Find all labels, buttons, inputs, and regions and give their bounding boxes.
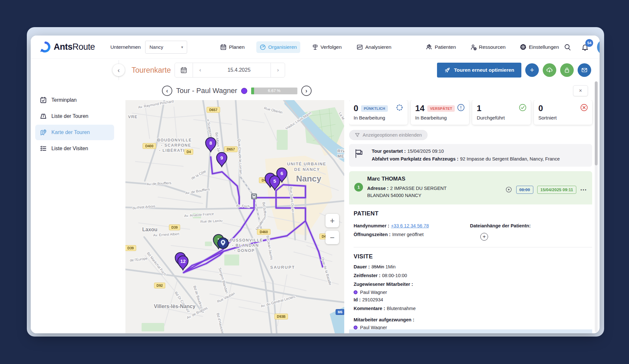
tab-patienten[interactable]: Patienten <box>422 41 459 53</box>
collapse-sidebar-button[interactable]: ‹ <box>112 64 125 76</box>
svg-text:12: 12 <box>180 258 186 264</box>
map-marker-12[interactable]: 12 <box>178 256 188 270</box>
calendar-icon <box>220 44 227 50</box>
stop-card: 1 Marc THOMAS Adresse :2 IMPASSE DU SERG… <box>349 171 592 204</box>
calendar-button[interactable] <box>175 63 193 77</box>
map-road-badge: M6 <box>336 309 344 315</box>
company-select[interactable]: Nancy ▾ <box>145 41 187 54</box>
tour-title: Tour - Paul Wagner <box>176 87 237 95</box>
tour-started-label: Tour gestartet : <box>372 149 406 154</box>
map-canvas[interactable]: Av. Raymond PinchardVREe ScarponeRue Obe… <box>125 100 344 333</box>
planned-time-chip[interactable]: 08:00 <box>516 186 533 194</box>
sidebar-item-liste-der-touren[interactable]: Liste der Touren <box>35 109 114 124</box>
sidebar-item-terminplan[interactable]: Terminplan <box>35 92 114 108</box>
tab-organisieren[interactable]: Organisieren <box>256 41 300 53</box>
map-label: SAURUPT <box>270 265 295 270</box>
search-icon <box>564 43 571 51</box>
check-circle-icon <box>518 103 527 113</box>
funnel-icon <box>355 133 360 138</box>
current-position-pin[interactable] <box>218 238 229 249</box>
tab-verfolgen-label: Verfolgen <box>321 44 342 50</box>
date-next-button[interactable]: › <box>271 63 285 77</box>
map-zoom-in-button[interactable]: + <box>325 214 339 227</box>
mail-button[interactable] <box>578 63 591 77</box>
checklist-icon <box>40 145 47 152</box>
map-label: Villers-lès-Nancy <box>154 304 196 309</box>
date-prev-button[interactable]: ‹ <box>193 63 207 77</box>
road-icon <box>40 113 47 120</box>
add-button[interactable]: + <box>525 63 539 77</box>
locate-stop-icon[interactable] <box>505 186 512 193</box>
stat-label: In Bearbeitung <box>354 115 403 120</box>
next-section-peek <box>349 329 592 333</box>
brand-bold: Ants <box>54 42 72 52</box>
notifications-button[interactable]: 54 <box>580 42 591 53</box>
reoptimize-tours-button[interactable]: Touren erneut optimieren <box>437 63 521 78</box>
svg-text:D657: D657 <box>227 147 235 151</box>
date-value[interactable]: 15.4.2025 <box>207 63 271 77</box>
map-road-badge: D657 <box>224 147 238 152</box>
visit-heading: VISITE <box>354 253 592 260</box>
map-label: RIVI <box>337 149 344 153</box>
panel-scrollbar <box>595 81 598 332</box>
prev-tour-button[interactable]: ‹ <box>162 86 172 96</box>
map-road-badge: D93B <box>275 314 288 319</box>
visit-id-label: Id : <box>354 297 361 302</box>
stat-card-verspaetet: 14 VERSPÄTET In Bearbeitung <box>411 100 469 125</box>
duration-label: Dauer : <box>354 264 370 269</box>
gauge-icon <box>260 44 266 50</box>
close-panel-button[interactable]: × <box>573 85 588 96</box>
stop-more-button[interactable]: ⋯ <box>580 186 587 193</box>
brand-logo[interactable]: AntsRoute <box>39 41 95 53</box>
tab-planen[interactable]: Planen <box>217 41 248 53</box>
map-label: UNITÉ URBAINE <box>287 161 326 166</box>
tab-einstellungen[interactable]: Einstellungen <box>517 41 562 53</box>
tab-planen-label: Planen <box>229 44 244 50</box>
tour-subheader: ‹ Tour - Paul Wagner 6.67 % › × <box>119 81 600 100</box>
map-label: - BLANDAN <box>232 243 259 248</box>
export-button[interactable] <box>543 63 556 77</box>
tab-analysieren[interactable]: Analysieren <box>353 41 395 53</box>
patient-section: PATIENT Handynummer :+33 6 12 34 56 78 Ö… <box>349 204 592 247</box>
next-tour-button[interactable]: › <box>301 86 312 96</box>
svg-text:M6: M6 <box>338 310 343 314</box>
employee-color-dot <box>354 326 357 329</box>
spinner-icon <box>395 103 404 113</box>
stat-card-sortniert: 0 Sortniert <box>534 100 592 125</box>
display-options-button[interactable]: Anzeigeoptionen einblenden <box>349 130 428 140</box>
avatar[interactable]: MH <box>597 39 600 55</box>
phone-link[interactable]: +33 6 12 34 56 78 <box>391 223 429 228</box>
map-road-badge: D657 <box>207 107 220 113</box>
app-window: AntsRoute Unternehmen Nancy ▾ Planen Org… <box>31 36 600 333</box>
map-label: de la Côte <box>190 169 207 180</box>
map-pin-icon <box>40 129 47 136</box>
sidebar-item-label: Liste der Touren <box>51 113 88 119</box>
map-label: Rue Oberlin <box>264 106 283 114</box>
map-label: DE NANCY <box>294 167 320 172</box>
company-select-value: Nancy <box>149 44 163 50</box>
tab-verfolgen[interactable]: Verfolgen <box>309 41 345 53</box>
map-label: de l'Europe <box>130 256 148 262</box>
stat-label: Sortniert <box>538 115 588 120</box>
envelope-icon <box>581 67 588 73</box>
map-label: Nancy <box>296 174 322 183</box>
lock-button[interactable] <box>560 63 574 77</box>
map-marker-9[interactable]: 9 <box>217 152 227 167</box>
panel-scrollbar-thumb[interactable] <box>595 81 598 165</box>
sidebar: Terminplan Liste der Touren Karte der To… <box>31 59 119 333</box>
actual-time-chip[interactable]: 15/04/2025 09:11 <box>537 186 576 194</box>
svg-text:D657: D657 <box>209 108 217 112</box>
cloud-download-icon <box>546 67 553 74</box>
attachments-label: Dateianhänge der Patientn: <box>470 223 531 228</box>
map-zoom-out-button[interactable]: − <box>325 231 339 244</box>
tour-progress-label: 6.67 % <box>251 88 297 94</box>
sidebar-item-liste-der-visiten[interactable]: Liste der Visiten <box>35 141 114 156</box>
forced-employee-label: Mitarbeiter aufgezwungen : <box>354 317 414 322</box>
calendar-icon <box>180 67 187 74</box>
employee-color-dot <box>354 290 357 294</box>
search-button[interactable] <box>562 42 573 53</box>
sidebar-item-karte-der-touren[interactable]: Karte der Touren <box>35 125 114 140</box>
tab-ressourcen[interactable]: Ressourcen <box>467 41 509 53</box>
map-label: HAUSSONVILLE <box>226 238 263 243</box>
add-attachment-button[interactable]: + <box>480 233 488 241</box>
